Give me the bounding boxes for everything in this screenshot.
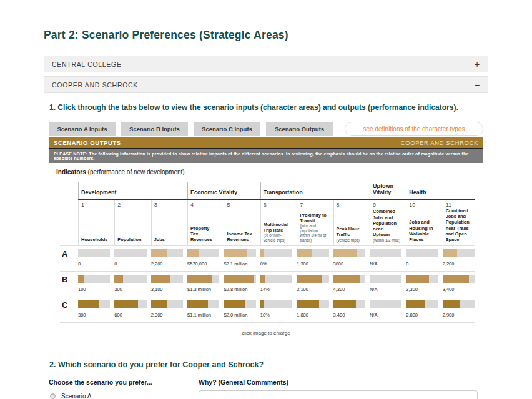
indicator-bar — [406, 275, 438, 283]
column-note: (vehicle trips) — [337, 238, 364, 243]
column-number: 2 — [117, 202, 145, 208]
column-header: 4Property Tax Revenues — [187, 200, 219, 246]
column-label: Population — [117, 237, 145, 242]
data-cell: $570,000 — [187, 246, 219, 271]
tab-scenario-a-inputs[interactable]: Scenario A Inputs — [49, 122, 116, 136]
indicator-bar-fill — [78, 275, 84, 283]
cell-value: 1,800 — [297, 312, 328, 318]
indicator-bar — [297, 275, 328, 283]
group-header-development: Development — [78, 182, 183, 199]
indicator-bar-fill — [260, 275, 265, 283]
indicator-bar — [297, 300, 328, 308]
indicator-bar — [78, 275, 110, 283]
indicator-bar-fill — [443, 249, 458, 257]
indicator-bar-fill — [224, 249, 246, 257]
scenario-outputs-image[interactable]: SCENARIO OUTPUTS COOPER AND SCHROCK PLEA… — [49, 137, 483, 338]
column-header: 7Proximity to Transit(jobs and populatio… — [297, 200, 328, 246]
data-cell: 600 — [114, 297, 146, 322]
column-number: 5 — [227, 202, 254, 208]
data-cell: 2,200 — [443, 246, 475, 271]
cell-value: N/A — [370, 261, 401, 267]
cell-value: 0 — [114, 261, 146, 267]
indicator-bar — [406, 300, 438, 308]
indicator-bar — [224, 249, 255, 257]
column-header: 9Combined Jobs and Population near Uptow… — [370, 200, 401, 246]
indicator-bar — [78, 300, 110, 308]
column-label: Jobs — [154, 237, 182, 242]
table-corner — [60, 200, 74, 246]
column-header: 10Jobs and Housing in Walkable Places — [406, 200, 438, 246]
data-cell: 3,400 — [443, 272, 475, 297]
comments-column: Why? (General Commments) — [199, 378, 483, 399]
indicator-bar-fill — [333, 275, 360, 283]
tab-scenario-outputs[interactable]: Scenario Outputs — [266, 122, 333, 136]
data-cell: 14% — [260, 272, 292, 297]
indicator-bar-fill — [297, 249, 312, 257]
comments-textarea[interactable] — [199, 390, 478, 399]
indicator-bar-fill — [187, 300, 208, 308]
indicator-bar-fill — [297, 300, 319, 308]
data-cell: 100 — [78, 272, 110, 297]
cell-value: 3,400 — [443, 287, 475, 292]
column-note: (within 1/2 mile) — [373, 238, 400, 243]
row-label-c: C — [60, 297, 74, 322]
column-header: 2Population — [114, 200, 146, 246]
indicator-bar — [443, 300, 475, 308]
collapse-icon[interactable]: − — [475, 81, 480, 89]
group-header-health: Health — [406, 182, 475, 199]
indicator-bar-fill — [224, 275, 254, 283]
table-corner — [60, 182, 74, 199]
indicator-bar — [260, 300, 292, 308]
outputs-banner-area: COOPER AND SCHROCK — [401, 139, 478, 146]
column-label: Multimodal Trip Rate(% of non-vehicle tr… — [264, 222, 291, 243]
cell-value: 2,200 — [151, 261, 183, 267]
row-label-a: A — [60, 246, 74, 271]
data-cell: 3,100 — [151, 272, 183, 297]
divider — [255, 348, 277, 348]
column-number: 9 — [373, 202, 400, 208]
group-header-uptown-vitality: Uptown Vitality — [370, 182, 401, 199]
accordion-central-college[interactable]: CENTRAL COLLEGE + — [44, 56, 488, 72]
column-label: Jobs and Housing in Walkable Places — [409, 219, 436, 242]
indicator-bar-fill — [224, 300, 245, 308]
cell-value: N/A — [370, 287, 401, 292]
expand-icon[interactable]: + — [475, 60, 480, 69]
indicator-bar — [260, 249, 292, 257]
tab-scenario-b-inputs[interactable]: Scenario B Inputs — [121, 122, 188, 136]
column-number: 3 — [154, 202, 182, 208]
cell-value: 1,300 — [297, 261, 328, 267]
definitions-link[interactable]: see definitions of the character types — [345, 122, 483, 136]
cell-value: 2,800 — [406, 312, 438, 318]
indicator-bar — [333, 275, 365, 283]
indicator-bar — [224, 300, 255, 308]
radio-button-icon[interactable] — [50, 393, 56, 399]
cell-value: $1.3 million — [187, 287, 219, 292]
click-to-enlarge-caption: click image to enlarge — [49, 330, 483, 336]
cell-value: 0 — [406, 261, 438, 267]
cell-value: 2,900 — [443, 312, 475, 318]
scenario-choice-column: Choose the scenario you prefer... Scenar… — [49, 378, 199, 399]
data-cell: 2,900 — [443, 297, 475, 322]
accordion-label-central-college: CENTRAL COLLEGE — [52, 61, 122, 68]
cell-value: 2,100 — [297, 287, 328, 292]
cell-value: $570,000 — [187, 261, 219, 267]
cell-value: 2,200 — [443, 261, 475, 267]
indicator-bar-fill — [187, 275, 212, 283]
radio-option-scenario-a[interactable]: Scenario A — [50, 393, 199, 399]
indicator-bar-fill — [443, 275, 469, 283]
data-cell: 4,300 — [333, 272, 365, 297]
cell-value: $2.0 million — [224, 312, 255, 318]
indicator-bar — [370, 275, 401, 283]
data-cell: 300 — [78, 297, 110, 322]
tab-bar: Scenario A InputsScenario B InputsScenar… — [49, 122, 483, 136]
accordion-cooper-schrock[interactable]: COOPER AND SCHROCK − — [44, 76, 488, 93]
group-header-transportation: Transportation — [260, 182, 365, 199]
why-label: Why? (General Commments) — [199, 378, 483, 386]
cell-value: 4,300 — [333, 287, 365, 292]
tab-scenario-c-inputs[interactable]: Scenario C Inputs — [194, 122, 260, 136]
indicator-bar-fill — [333, 300, 356, 308]
cell-value: 14% — [260, 287, 292, 292]
column-label: Peak Hour Traffic(vehicle trips) — [337, 226, 364, 242]
outputs-banner: SCENARIO OUTPUTS COOPER AND SCHROCK — [49, 137, 483, 149]
cell-value: 10% — [260, 312, 292, 318]
